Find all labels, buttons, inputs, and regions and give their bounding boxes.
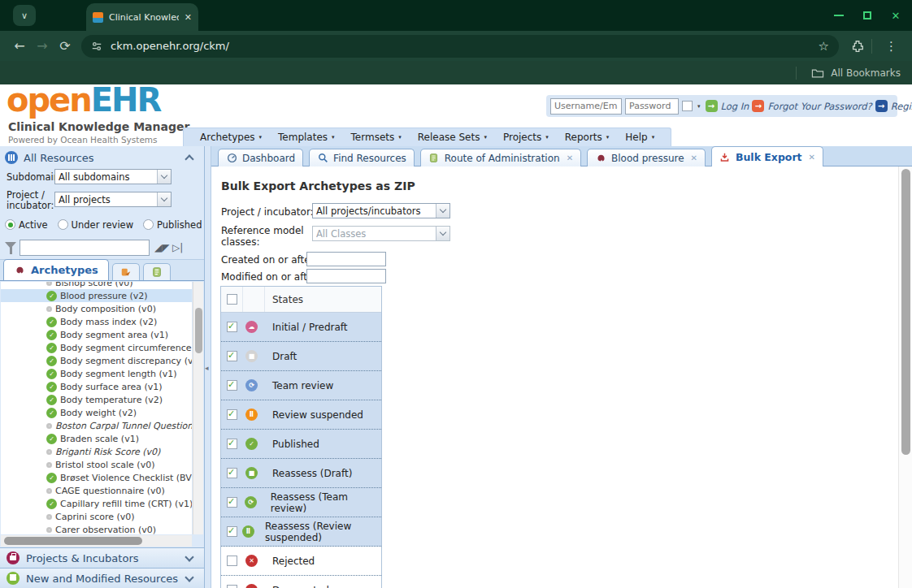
minimize-button[interactable]	[832, 9, 845, 22]
tab-close-icon[interactable]: ✕	[567, 153, 573, 162]
tab-route-of-administration[interactable]: Route of Administration✕	[420, 149, 581, 166]
forward-button[interactable]: →	[31, 38, 54, 54]
state-row-reassess-team-review[interactable]: ⟳Reassess (Team review)	[221, 488, 381, 517]
state-checkbox[interactable]	[227, 526, 237, 537]
tab-archetypes[interactable]: Archetypes	[3, 259, 109, 280]
state-row-review-suspended[interactable]: ⅡReview suspended	[221, 400, 381, 430]
expand-panel-icon[interactable]	[185, 573, 193, 582]
register-arrow-icon[interactable]: →	[875, 100, 888, 112]
sidebar-splitter[interactable]: ◂	[205, 146, 211, 588]
panel-new-modified-resources[interactable]: New and Modified Resources	[0, 568, 204, 588]
state-checkbox[interactable]	[227, 380, 237, 391]
tree-item-body-segment-circumference[interactable]: ✓Body segment circumference (v1)	[1, 341, 192, 354]
tree-item-body-segment-length[interactable]: ✓Body segment length (v1)	[1, 367, 192, 380]
tree-item-body-mass-index[interactable]: ✓Body mass index (v2)	[1, 315, 192, 328]
tab-termsets[interactable]	[143, 263, 171, 280]
menu-item-release-sets[interactable]: Release Sets▾	[410, 132, 495, 143]
tree-hscroll-thumb[interactable]	[4, 537, 142, 545]
address-bar[interactable]: ckm.openehr.org/ckm/ ☆	[81, 35, 839, 58]
maximize-button[interactable]	[861, 9, 874, 22]
tab-search-button[interactable]: ∨	[13, 5, 36, 26]
state-row-draft[interactable]: ■Draft	[221, 342, 381, 371]
state-checkbox[interactable]	[227, 439, 237, 449]
menu-item-termsets[interactable]: Termsets▾	[343, 132, 410, 143]
main-scroll-thumb[interactable]	[901, 169, 910, 455]
state-row-team-review[interactable]: ⟳Team review	[221, 371, 381, 400]
select-all-checkbox[interactable]	[227, 294, 237, 305]
login-options-caret-icon[interactable]: ▾	[697, 103, 701, 110]
tree-item-capillary-refill-time-crt[interactable]: ✓Capillary refill time (CRT) (v1)	[1, 497, 192, 510]
close-button[interactable]: ✕	[889, 9, 902, 22]
tree-item-bristol-stool-scale[interactable]: Bristol stool scale (v0)	[1, 458, 192, 471]
menu-item-reports[interactable]: Reports▾	[557, 132, 618, 143]
filter-input[interactable]	[20, 240, 150, 256]
radio-under-review[interactable]: Under review	[58, 219, 134, 231]
tab-find-resources[interactable]: Find Resources	[309, 149, 415, 166]
expand-panel-icon[interactable]	[185, 552, 193, 561]
state-row-reassess-draft[interactable]: ■Reassess (Draft)	[221, 459, 381, 488]
collapse-sidebar-icon[interactable]: ◂	[205, 364, 209, 372]
collapse-panel-icon[interactable]	[185, 154, 193, 163]
modified-after-input[interactable]	[306, 269, 386, 283]
radio-icon[interactable]	[58, 219, 68, 230]
tab-templates[interactable]	[112, 263, 140, 280]
forgot-password-link[interactable]: Forgot Your Password?	[767, 101, 871, 112]
state-row-published[interactable]: ✓Published	[221, 430, 381, 459]
tree-horizontal-scrollbar[interactable]	[1, 535, 192, 547]
tree-item-body-composition[interactable]: Body composition (v0)	[1, 302, 192, 315]
apply-filter-icon[interactable]: ◢◤	[154, 242, 169, 253]
back-button[interactable]: ←	[8, 38, 31, 54]
tree-item-br-set-violence-checklist-bvc[interactable]: ✓Brøset Violence Checklist (BVC) (v1)	[1, 471, 192, 484]
state-checkbox[interactable]	[227, 409, 237, 420]
state-checkbox[interactable]	[227, 322, 237, 332]
tab-blood-pressure[interactable]: Blood pressure✕	[587, 149, 706, 166]
menu-item-help[interactable]: Help▾	[617, 132, 662, 143]
tree-item-caprini-score[interactable]: Caprini score (v0)	[1, 510, 192, 523]
radio-active[interactable]: Active	[5, 219, 48, 231]
site-info-icon[interactable]	[91, 41, 102, 52]
radio-icon[interactable]	[143, 219, 154, 230]
tree-item-body-surface-area[interactable]: ✓Body surface area (v1)	[1, 380, 192, 393]
main-vertical-scrollbar[interactable]	[898, 166, 912, 588]
radio-published[interactable]: Published	[143, 219, 202, 231]
tree-item-body-temperature[interactable]: ✓Body temperature (v2)	[1, 393, 192, 406]
menu-item-projects[interactable]: Projects▾	[495, 132, 557, 143]
state-checkbox[interactable]	[227, 585, 237, 588]
tree-vertical-scrollbar[interactable]	[193, 282, 203, 534]
tab-close-icon[interactable]: ✕	[809, 153, 815, 162]
password-field[interactable]	[625, 98, 679, 115]
state-checkbox[interactable]	[227, 556, 237, 566]
browser-menu-icon[interactable]: ⋮	[879, 39, 904, 54]
subdomain-select[interactable]: All subdomains	[54, 169, 172, 184]
all-bookmarks-label[interactable]: All Bookmarks	[831, 67, 901, 79]
tab-close-icon[interactable]: ✕	[185, 12, 192, 23]
tree-item-body-segment-discrepancy[interactable]: ✓Body segment discrepancy (v1)	[1, 354, 192, 367]
created-after-input[interactable]	[306, 252, 386, 266]
register-link[interactable]: Register	[891, 101, 912, 112]
state-checkbox[interactable]	[227, 497, 237, 508]
tree-item-blood-pressure[interactable]: ✓Blood pressure (v2)	[1, 289, 192, 302]
tab-close-icon[interactable]: ✕	[691, 153, 697, 162]
step-filter-icon[interactable]: ▷|	[172, 242, 183, 253]
state-row-reassess-review-suspended[interactable]: ⅡReassess (Review suspended)	[221, 517, 381, 547]
reload-button[interactable]: ⟳	[54, 38, 76, 54]
forgot-password-arrow-icon[interactable]: →	[752, 100, 764, 112]
tree-item-body-segment-area[interactable]: ✓Body segment area (v1)	[1, 328, 192, 341]
tree-item-braden-scale[interactable]: ✓Braden scale (v1)	[1, 432, 192, 445]
project-select[interactable]: All projects	[54, 192, 172, 207]
remember-me-checkbox[interactable]	[682, 101, 693, 111]
log-in-arrow-icon[interactable]: →	[706, 100, 718, 112]
project-incubator-select[interactable]: All projects/incubators	[312, 203, 450, 218]
state-row-deprecated[interactable]: ✕Deprecated	[221, 576, 381, 588]
log-in-link[interactable]: Log In	[721, 101, 749, 112]
username-field[interactable]	[550, 98, 622, 115]
tree-item-carer-observation[interactable]: Carer observation (v0)	[1, 523, 192, 534]
bookmark-star-icon[interactable]: ☆	[819, 39, 829, 54]
menu-item-archetypes[interactable]: Archetypes▾	[192, 132, 270, 143]
browser-tab[interactable]: Clinical Knowledge Manager ✕	[86, 3, 198, 31]
tree-item-body-weight[interactable]: ✓Body weight (v2)	[1, 406, 192, 419]
tree-scroll-thumb[interactable]	[195, 308, 202, 353]
tree-item-briganti-risk-score[interactable]: Briganti Risk Score (v0)	[1, 445, 192, 458]
tab-dashboard[interactable]: Dashboard	[218, 149, 303, 166]
extensions-icon[interactable]	[850, 39, 865, 54]
